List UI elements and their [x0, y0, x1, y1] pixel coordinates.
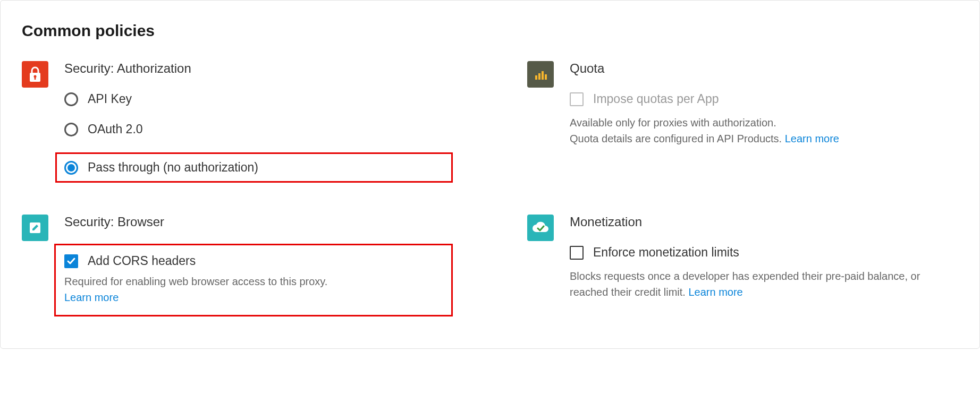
monetization-label: Monetization [570, 215, 958, 229]
quota-checkbox [570, 92, 584, 106]
svg-rect-2 [35, 77, 36, 80]
pencil-icon [22, 215, 48, 241]
cors-checkbox-label: Add CORS headers [88, 254, 196, 268]
svg-rect-6 [545, 74, 547, 80]
monetization-description: Blocks requests once a developer has exp… [570, 268, 958, 300]
radio-passthrough[interactable] [64, 161, 78, 175]
common-policies-panel: Common policies Security: Authorization … [0, 0, 980, 349]
svg-rect-3 [535, 75, 537, 80]
cors-desc-text: Required for enabling web browser access… [64, 276, 327, 287]
quota-description: Available only for proxies with authoriz… [570, 115, 958, 147]
monetization-desc-text: Blocks requests once a developer has exp… [570, 270, 920, 298]
radio-api-key-row[interactable]: API Key [64, 92, 453, 106]
cors-learn-more-link[interactable]: Learn more [64, 292, 119, 303]
cors-checkbox-row[interactable]: Add CORS headers [64, 254, 442, 268]
monetization-checkbox[interactable] [570, 246, 584, 260]
radio-oauth-label: OAuth 2.0 [88, 122, 143, 136]
quota-checkbox-row: Impose quotas per App [570, 92, 958, 106]
radio-api-key[interactable] [64, 92, 78, 106]
monetization-block: Monetization Enforce monetization limits… [527, 215, 958, 316]
lock-icon [22, 61, 48, 88]
svg-rect-5 [542, 71, 544, 80]
bar-chart-icon [527, 61, 554, 88]
cloud-check-icon [527, 215, 554, 241]
quota-desc-line2: Quota details are configured in API Prod… [570, 133, 782, 144]
quota-block: Quota Impose quotas per App Available on… [527, 61, 958, 183]
quota-learn-more-link[interactable]: Learn more [785, 133, 839, 144]
radio-passthrough-row[interactable]: Pass through (no authorization) [55, 152, 453, 183]
monetization-learn-more-link[interactable]: Learn more [688, 286, 742, 298]
quota-desc-line1: Available only for proxies with authoriz… [570, 117, 776, 129]
security-browser-block: Security: Browser Add CORS headers Requi… [22, 215, 453, 316]
quota-label: Quota [570, 61, 958, 76]
security-authorization-block: Security: Authorization API Key OAuth 2.… [22, 61, 453, 183]
cors-highlight-box: Add CORS headers Required for enabling w… [54, 244, 453, 316]
security-browser-label: Security: Browser [64, 215, 453, 229]
quota-checkbox-label: Impose quotas per App [593, 92, 719, 106]
monetization-checkbox-label: Enforce monetization limits [593, 245, 739, 260]
security-auth-label: Security: Authorization [64, 61, 453, 76]
cors-checkbox[interactable] [64, 254, 78, 268]
monetization-checkbox-row[interactable]: Enforce monetization limits [570, 245, 958, 260]
radio-oauth-row[interactable]: OAuth 2.0 [64, 122, 453, 136]
radio-oauth[interactable] [64, 123, 78, 136]
svg-rect-4 [538, 73, 540, 80]
radio-passthrough-label: Pass through (no authorization) [88, 160, 258, 175]
cors-description: Required for enabling web browser access… [64, 273, 442, 305]
radio-api-key-label: API Key [88, 92, 132, 106]
section-title: Common policies [22, 22, 958, 40]
policy-grid: Security: Authorization API Key OAuth 2.… [22, 61, 958, 316]
